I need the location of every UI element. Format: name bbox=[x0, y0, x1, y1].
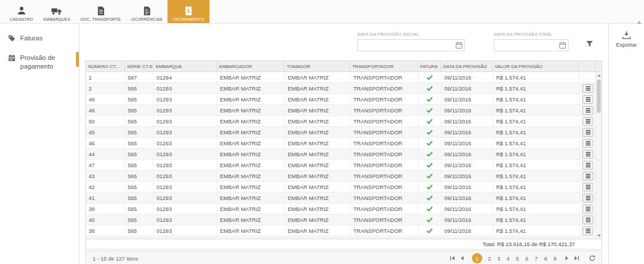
page-button-6[interactable]: 6 bbox=[525, 255, 529, 262]
row-menu-button[interactable] bbox=[582, 128, 593, 137]
table-row[interactable]: 38 565 01293 EMBAR MATRIZ EMBAR MATRIZ T… bbox=[86, 225, 597, 236]
tag-icon bbox=[8, 35, 16, 44]
column-header-serie[interactable]: SÉRIE CT-E bbox=[125, 61, 154, 71]
scrollbar-down-arrow[interactable] bbox=[596, 232, 601, 239]
tab-embarques[interactable]: EMBARQUES bbox=[39, 0, 76, 23]
column-header-fatura[interactable]: FATURA bbox=[418, 61, 441, 71]
check-icon bbox=[426, 152, 433, 157]
page-button-1[interactable]: 1 bbox=[472, 253, 482, 263]
page-button-2[interactable]: 2 bbox=[487, 255, 491, 262]
scroll-up-icon[interactable] bbox=[637, 16, 642, 27]
column-header-embarque[interactable]: EMBARQUE bbox=[154, 61, 217, 71]
table-row[interactable]: 47 565 01293 EMBAR MATRIZ EMBAR MATRIZ T… bbox=[86, 160, 597, 171]
tab-ocorrencias[interactable]: OCORRÊNCIAS bbox=[126, 0, 167, 23]
cell-numero: 44 bbox=[86, 149, 125, 159]
scrollbar-thumb[interactable] bbox=[597, 80, 601, 113]
cell-serie: 565 bbox=[125, 225, 154, 236]
table-row[interactable]: 44 565 01293 EMBAR MATRIZ EMBAR MATRIZ T… bbox=[86, 149, 597, 160]
pagination-controls: 123456789 bbox=[448, 253, 597, 263]
table-row[interactable]: 49 565 01293 EMBAR MATRIZ EMBAR MATRIZ T… bbox=[86, 94, 597, 105]
row-menu-button[interactable] bbox=[582, 150, 593, 159]
table-row[interactable]: 39 565 01293 EMBAR MATRIZ EMBAR MATRIZ T… bbox=[86, 203, 597, 214]
cell-actions bbox=[580, 214, 597, 225]
scrollbar-up-arrow[interactable] bbox=[596, 72, 601, 78]
row-menu-button[interactable] bbox=[582, 205, 593, 213]
table-row[interactable]: 45 565 01293 EMBAR MATRIZ EMBAR MATRIZ T… bbox=[86, 127, 597, 138]
cell-transportador: TRANSPORTADOR bbox=[350, 182, 418, 192]
date-inicial-input[interactable] bbox=[358, 40, 453, 51]
cell-embarque: 01293 bbox=[154, 116, 217, 126]
cell-fatura bbox=[418, 127, 441, 137]
row-menu-button[interactable] bbox=[582, 95, 593, 104]
tab-cadastro[interactable]: CADASTRO bbox=[5, 0, 39, 23]
cell-transportador: TRANSPORTADOR bbox=[350, 127, 418, 137]
page-button-3[interactable]: 3 bbox=[497, 255, 501, 262]
cell-data-provisao: 09/11/2016 bbox=[441, 160, 493, 170]
page-button-9[interactable]: 9 bbox=[553, 255, 557, 262]
top-navigation: CADASTRO EMBARQUES DOC. TRANSPORTE OCORR… bbox=[0, 0, 644, 24]
table-row[interactable]: 42 565 01293 EMBAR MATRIZ EMBAR MATRIZ T… bbox=[86, 182, 597, 193]
tab-faturamento[interactable]: $ FATURAMENTO bbox=[167, 0, 209, 23]
table-row[interactable]: 1 567 01294 EMBAR MATRIZ EMBAR MATRIZ TR… bbox=[86, 72, 597, 83]
table-row[interactable] bbox=[86, 236, 597, 239]
cell-embarque: 01293 bbox=[154, 83, 217, 93]
table-row[interactable]: 41 565 01293 EMBAR MATRIZ EMBAR MATRIZ T… bbox=[86, 193, 597, 203]
calendar-icon-button[interactable] bbox=[557, 40, 568, 51]
date-final-input[interactable] bbox=[494, 40, 557, 51]
first-page-button[interactable] bbox=[448, 254, 458, 263]
filter-funnel-button[interactable] bbox=[586, 40, 593, 47]
page-button-7[interactable]: 7 bbox=[534, 255, 538, 262]
cell-embarque: 01293 bbox=[154, 149, 217, 159]
page-button-5[interactable]: 5 bbox=[516, 255, 520, 262]
cell-fatura bbox=[418, 116, 441, 126]
cell-data-provisao: 09/11/2016 bbox=[441, 149, 493, 159]
column-header-numero[interactable]: NÚMERO CT... bbox=[86, 61, 125, 71]
table-row[interactable]: 50 565 01293 EMBAR MATRIZ EMBAR MATRIZ T… bbox=[86, 116, 597, 127]
table-row[interactable]: 43 565 01293 EMBAR MATRIZ EMBAR MATRIZ T… bbox=[86, 171, 597, 182]
row-menu-button[interactable] bbox=[582, 216, 593, 224]
page-button-8[interactable]: 8 bbox=[543, 255, 547, 262]
calendar-icon-button[interactable] bbox=[453, 40, 464, 51]
sidebar-item-faturas[interactable]: Faturas bbox=[0, 29, 79, 49]
table-row[interactable]: 48 565 01293 EMBAR MATRIZ EMBAR MATRIZ T… bbox=[86, 105, 597, 116]
last-page-icon bbox=[574, 255, 580, 261]
tab-label: FATURAMENTO bbox=[173, 17, 204, 21]
export-button[interactable]: Exportar bbox=[616, 31, 637, 48]
table-row[interactable]: 46 565 01293 EMBAR MATRIZ EMBAR MATRIZ T… bbox=[86, 138, 597, 149]
cell-numero: 40 bbox=[86, 214, 125, 225]
table-row[interactable]: 40 565 01293 EMBAR MATRIZ EMBAR MATRIZ T… bbox=[86, 214, 597, 225]
row-menu-button[interactable] bbox=[582, 139, 593, 148]
cell-data-provisao: 09/11/2016 bbox=[441, 116, 493, 126]
table-scrollbar[interactable] bbox=[596, 72, 601, 239]
row-menu-button[interactable] bbox=[582, 161, 593, 169]
tab-doc-transporte[interactable]: DOC. TRANSPORTE bbox=[75, 0, 126, 23]
row-menu-button[interactable] bbox=[582, 194, 593, 202]
row-menu-button[interactable] bbox=[582, 172, 593, 180]
cell-tomador: EMBAR MATRIZ bbox=[285, 149, 350, 159]
column-header-tomador[interactable]: TOMADOR bbox=[284, 61, 350, 71]
column-header-data-provisao[interactable]: DATA DA PROVISÃO bbox=[441, 61, 493, 71]
refresh-button[interactable] bbox=[587, 254, 597, 263]
page-button-4[interactable]: 4 bbox=[506, 255, 510, 262]
cell-tomador: EMBAR MATRIZ bbox=[285, 182, 350, 192]
prev-page-button[interactable] bbox=[458, 254, 467, 263]
column-header-transportador[interactable]: TRANSPORTADOR bbox=[350, 61, 418, 71]
column-header-embarcador[interactable]: EMBARCADOR bbox=[217, 61, 285, 71]
row-menu-button[interactable] bbox=[582, 117, 593, 126]
row-menu-button[interactable] bbox=[582, 227, 593, 235]
cell-serie: 565 bbox=[125, 182, 154, 192]
check-icon bbox=[426, 206, 433, 212]
next-page-button[interactable] bbox=[562, 254, 571, 263]
row-menu-button[interactable] bbox=[582, 183, 593, 191]
row-menu-button[interactable] bbox=[582, 84, 593, 93]
hamburger-icon bbox=[585, 217, 591, 222]
cell-serie: 566 bbox=[125, 83, 154, 93]
row-menu-button[interactable] bbox=[582, 106, 593, 115]
cell-numero: 41 bbox=[86, 193, 125, 203]
sidebar-item-provisao-de-pagamento[interactable]: Provisão de pagamento bbox=[0, 49, 79, 76]
table-row[interactable]: 2 566 01293 EMBAR MATRIZ EMBAR MATRIZ TR… bbox=[86, 83, 597, 94]
cell-fatura bbox=[418, 214, 441, 225]
last-page-button[interactable] bbox=[571, 254, 581, 263]
column-header-valor-provisao[interactable]: VALOR DA PROVISÃO bbox=[492, 61, 578, 71]
cell-embarque: 01293 bbox=[154, 203, 217, 214]
